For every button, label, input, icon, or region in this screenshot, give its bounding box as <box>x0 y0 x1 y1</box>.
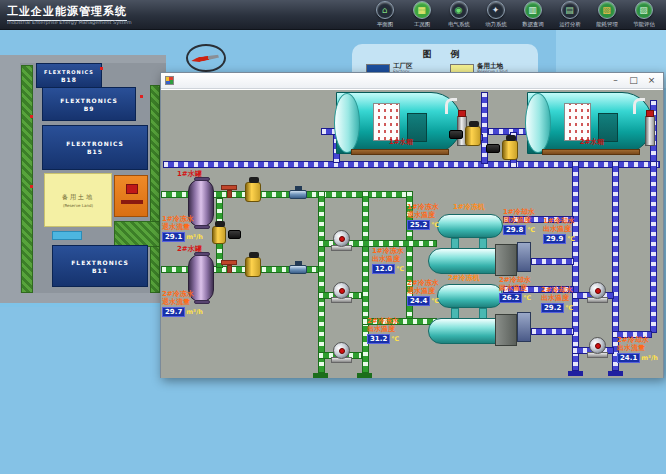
window-app-icon <box>165 76 174 85</box>
pump-impeller <box>595 343 601 349</box>
toolbar-label: 工况图 <box>413 20 429 28</box>
reading-label: 退水温度 <box>407 211 439 219</box>
pipe <box>318 191 325 373</box>
building-code: B15 <box>87 148 103 155</box>
reading-label: 退水流量 <box>162 223 203 231</box>
chiller-1-upper-cylinder[interactable] <box>437 214 503 238</box>
chilled-water-pump-3[interactable] <box>330 341 354 363</box>
building-b9[interactable]: FLEXTRONICS B9 <box>42 87 136 121</box>
utility-building[interactable] <box>114 175 148 217</box>
pipe <box>572 161 579 371</box>
pump-valve-icon[interactable] <box>245 257 261 277</box>
close-button[interactable]: × <box>644 74 659 87</box>
reserve-land-sublabel: (Reserve Land) <box>63 203 93 208</box>
reading-chilled2-supply-temp: 2#冷冻水出水温度 31.2℃ <box>367 317 399 344</box>
valve-cap <box>506 135 516 141</box>
cooling-water-pump-2[interactable] <box>586 336 610 358</box>
reading-label: 退水温度 <box>407 287 439 295</box>
vent-pipe <box>445 98 457 114</box>
reading-chilled1-return-flow: 1#冷冻水退水流量 29.1m³/h <box>162 215 203 242</box>
data-query-icon: ▥ <box>524 1 542 19</box>
valve-cap <box>469 121 479 127</box>
tee-valve-icon[interactable] <box>221 185 237 190</box>
chiller-2-upper-cylinder[interactable] <box>437 284 503 308</box>
check-valve-icon[interactable] <box>289 265 307 274</box>
motor-valve-icon[interactable] <box>502 140 518 160</box>
toolbar-button-energy-evaluation[interactable]: ▨节能评估 <box>625 1 662 29</box>
compass-icon <box>186 44 226 72</box>
pipe <box>531 258 574 265</box>
pipe-foot <box>608 371 623 376</box>
reading-unit: ℃ <box>523 294 531 302</box>
map-road <box>0 55 166 63</box>
pipe <box>650 161 657 333</box>
reserve-land-area[interactable]: 备用土地 (Reserve Land) <box>44 173 112 227</box>
tank-end-cap <box>334 93 360 153</box>
reading-label: 2#冷冻水 <box>407 279 439 287</box>
motor-valve-icon[interactable] <box>465 126 481 146</box>
check-valve-icon[interactable] <box>289 190 307 199</box>
toolbar-button-electrical-system[interactable]: ◉电气系统 <box>440 1 477 29</box>
water-tank-1[interactable]: 1#水箱 <box>336 92 462 154</box>
reading-label: 出水温度 <box>541 294 573 302</box>
main-toolbar: ⌂平面图 ▦工况图 ◉电气系统 ✦动力系统 ▥数据查询 ▤运行分析 ▧能耗管理 … <box>366 1 662 29</box>
toolbar-button-data-query[interactable]: ▥数据查询 <box>514 1 551 29</box>
reserve-land-label: 备用土地 <box>62 193 94 202</box>
toolbar-label: 能耗管理 <box>596 20 618 28</box>
energy-evaluation-icon: ▨ <box>635 1 653 19</box>
building-b11[interactable]: FLEXTRONICS B11 <box>52 245 148 287</box>
process-diagram-icon: ▦ <box>413 1 431 19</box>
toolbar-label: 数据查询 <box>522 20 544 28</box>
reading-unit: ℃ <box>431 221 439 229</box>
cooling-water-pump-1[interactable] <box>586 281 610 303</box>
reading-value: 29.9 <box>543 234 566 244</box>
reading-label: 退水流量 <box>162 298 203 306</box>
utility-building-logo <box>126 184 138 194</box>
chilled-water-pump-1[interactable] <box>330 229 354 251</box>
reading-label: 2#冷却水 <box>499 276 531 284</box>
reading-value: 25.2 <box>407 220 430 230</box>
toolbar-button-energy-management[interactable]: ▧能耗管理 <box>588 1 625 29</box>
building-code: B11 <box>92 267 108 274</box>
window-titlebar[interactable]: – □ × <box>161 73 663 89</box>
toolbar-label: 节能评估 <box>633 20 655 28</box>
map-green-strip <box>150 85 160 293</box>
vent-pipe <box>633 98 645 114</box>
reading-cooling1-return-temp: 1#冷却水回水温度 29.8℃ <box>503 208 535 235</box>
gauge-cap <box>458 110 466 117</box>
valve-cap <box>249 252 259 258</box>
tank-level-panel <box>373 103 400 141</box>
reading-chilled2-return-flow: 2#冷冻水退水流量 29.7m³/h <box>162 290 203 317</box>
electrical-system-icon: ◉ <box>450 1 468 19</box>
maximize-button[interactable]: □ <box>626 74 641 87</box>
map-marker <box>100 67 103 70</box>
pump-valve-icon[interactable] <box>245 182 261 202</box>
valve-stem <box>227 265 232 273</box>
reading-label: 1#冷却水 <box>543 217 575 225</box>
tee-valve-icon[interactable] <box>221 260 237 265</box>
building-b18[interactable]: FLEXTRONICS B18 <box>36 63 102 88</box>
chiller-1-label: 1#冷冻机 <box>453 202 485 212</box>
toolbar-button-floor-plan[interactable]: ⌂平面图 <box>366 1 403 29</box>
map-marker <box>30 185 33 188</box>
reading-label: 2#冷却水 <box>541 286 573 294</box>
reading-unit: ℃ <box>527 226 535 234</box>
motor-valve-icon[interactable] <box>212 226 226 244</box>
tank-saddle <box>542 149 640 155</box>
building-name: FLEXTRONICS <box>44 69 94 75</box>
map-marker <box>30 115 33 118</box>
toolbar-button-process-diagram[interactable]: ▦工况图 <box>403 1 440 29</box>
building-b15[interactable]: FLEXTRONICS B15 <box>42 125 148 170</box>
level-gauge-icon[interactable] <box>645 116 655 146</box>
pump-impeller <box>339 236 345 242</box>
gauge-cap <box>646 110 654 117</box>
valve-actuator-icon <box>228 230 241 239</box>
toolbar-button-operation-analysis[interactable]: ▤运行分析 <box>551 1 588 29</box>
reading-value: 29.8 <box>503 225 526 235</box>
chilled-water-pump-2[interactable] <box>330 281 354 303</box>
reading-unit: ℃ <box>396 265 404 273</box>
minimize-button[interactable]: – <box>608 74 623 87</box>
compass-needle <box>191 54 219 64</box>
toolbar-button-power-system[interactable]: ✦动力系统 <box>477 1 514 29</box>
screen: 工业企业能源管理系统 Industrial Enterprise Energy … <box>0 0 666 474</box>
